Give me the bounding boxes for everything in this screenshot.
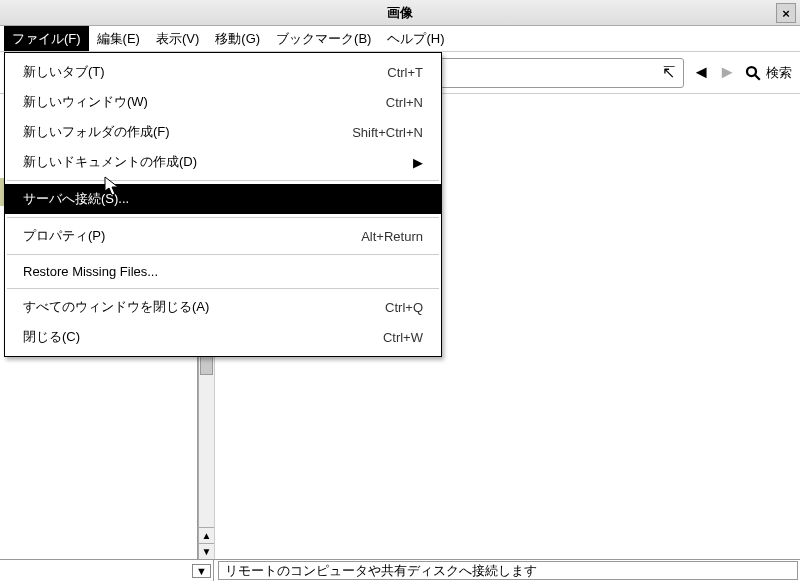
scroll-up-button[interactable]: ▲ [199,527,214,543]
menu-item-new-window[interactable]: 新しいウィンドウ(W) Ctrl+N [5,87,441,117]
menu-item-new-document[interactable]: 新しいドキュメントの作成(D) ▶ [5,147,441,177]
window-title: 画像 [387,4,413,22]
menu-item-close[interactable]: 閉じる(C) Ctrl+W [5,322,441,352]
menu-item-restore-files[interactable]: Restore Missing Files... [5,258,441,285]
status-message: リモートのコンピュータや共有ディスクへ接続します [218,561,798,580]
menu-bookmarks[interactable]: ブックマーク(B) [268,26,379,51]
svg-point-0 [747,67,756,76]
clear-location-icon[interactable]: ↸ [662,63,675,82]
menu-file[interactable]: ファイル(F) [4,26,89,51]
menu-separator [7,180,439,181]
close-window-button[interactable]: × [776,3,796,23]
close-icon: × [782,6,790,21]
search-label: 検索 [766,64,792,82]
menu-go[interactable]: 移動(G) [207,26,268,51]
dropdown-icon[interactable]: ▼ [192,564,211,578]
file-menu-dropdown: 新しいタブ(T) Ctrl+T 新しいウィンドウ(W) Ctrl+N 新しいフォ… [4,52,442,357]
menu-item-new-folder[interactable]: 新しいフォルダの作成(F) Shift+Ctrl+N [5,117,441,147]
menu-separator [7,217,439,218]
menu-item-connect-server[interactable]: サーバへ接続(S)... [5,184,441,214]
statusbar: ▼ リモートのコンピュータや共有ディスクへ接続します [0,559,800,581]
search-icon [744,64,762,82]
menu-item-close-all[interactable]: すべてのウィンドウを閉じる(A) Ctrl+Q [5,292,441,322]
menu-separator [7,288,439,289]
forward-button[interactable]: ► [718,62,736,83]
menu-item-properties[interactable]: プロパティ(P) Alt+Return [5,221,441,251]
submenu-arrow-icon: ▶ [413,155,423,170]
menu-item-new-tab[interactable]: 新しいタブ(T) Ctrl+T [5,57,441,87]
menubar: ファイル(F) 編集(E) 表示(V) 移動(G) ブックマーク(B) ヘルプ(… [0,26,800,52]
menu-edit[interactable]: 編集(E) [89,26,148,51]
scroll-down-button[interactable]: ▼ [199,543,214,559]
search-button[interactable]: 検索 [744,64,792,82]
back-button[interactable]: ◄ [692,62,710,83]
svg-line-1 [755,75,760,80]
menu-help[interactable]: ヘルプ(H) [379,26,452,51]
menu-view[interactable]: 表示(V) [148,26,207,51]
menu-separator [7,254,439,255]
